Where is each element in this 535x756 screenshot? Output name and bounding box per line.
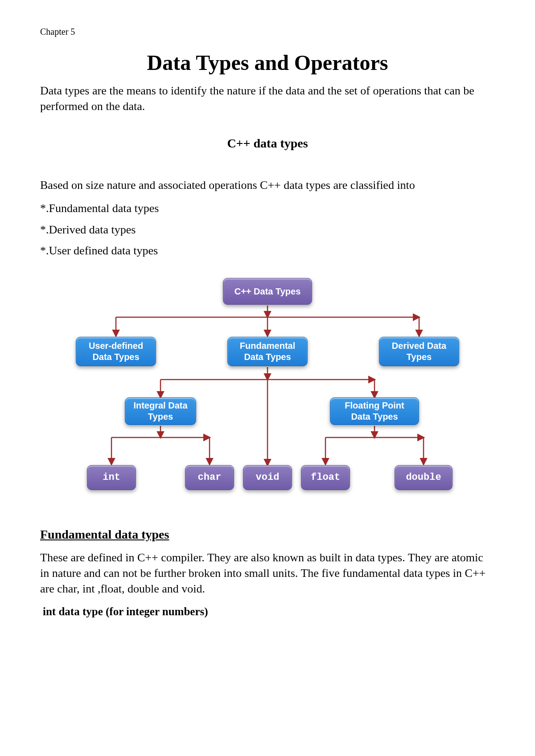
intro-paragraph: Data types are the means to identify the… [40,83,495,114]
chapter-label: Chapter 5 [40,27,495,37]
bullet-derived: *.Derived data types [40,221,495,239]
node-double: double [395,465,453,490]
page-title: Data Types and Operators [40,50,495,75]
node-derived: Derived Data Types [379,337,459,366]
node-void: void [243,465,292,490]
bullet-fundamental: *.Fundamental data types [40,199,495,218]
node-char: char [185,465,234,490]
bullet-user-defined: *.User defined data types [40,241,495,260]
int-subheading: int data type (for integer numbers) [40,605,495,618]
fundamental-paragraph: These are defined in C++ compiler. They … [40,550,495,597]
node-int: int [87,465,136,490]
node-integral: Integral Data Types [125,397,196,425]
data-types-diagram: C++ Data Types User-defined Data Types F… [62,278,473,510]
node-user-defined: User-defined Data Types [76,337,156,366]
node-root: C++ Data Types [223,278,312,305]
classification-intro: Based on size nature and associated oper… [40,177,495,193]
fundamental-heading: Fundamental data types [40,527,495,542]
node-fundamental: Fundamental Data Types [227,337,308,366]
section-heading: C++ data types [40,136,495,151]
node-float: float [301,465,350,490]
node-floating: Floating Point Data Types [330,397,419,425]
